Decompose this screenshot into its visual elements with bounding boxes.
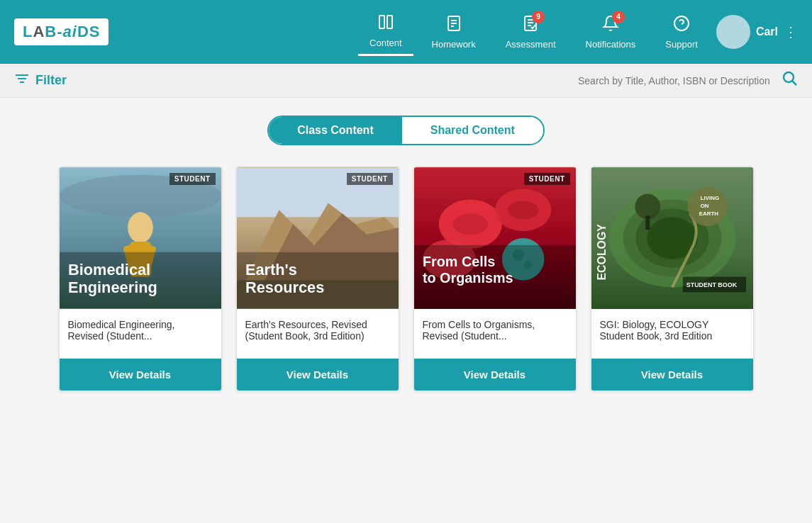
svg-text:STUDENT BOOK: STUDENT BOOK bbox=[686, 281, 737, 288]
svg-point-40 bbox=[507, 201, 538, 219]
book-card-cells: From Cells to Organisms STUDENT From Cel… bbox=[413, 167, 577, 391]
user-menu[interactable]: Carl ⋮ bbox=[716, 15, 798, 49]
tabs-container: Class Content Shared Content bbox=[0, 116, 812, 145]
main-nav: Content Homework bbox=[358, 8, 709, 56]
book-cover-ecology: ECOLOGY LIVING ON EARTH STUDENT BOOK STU… bbox=[591, 167, 753, 309]
ecology-view-details-button[interactable]: View Details bbox=[591, 359, 753, 390]
svg-text:Biomedical: Biomedical bbox=[67, 261, 150, 279]
book-card-ecology: ECOLOGY LIVING ON EARTH STUDENT BOOK STU… bbox=[591, 167, 754, 391]
search-icon[interactable] bbox=[782, 71, 798, 90]
assessment-icon: 9 bbox=[522, 15, 539, 36]
nav-content[interactable]: Content bbox=[358, 8, 413, 56]
tab-shared-content[interactable]: Shared Content bbox=[402, 117, 543, 144]
nav-notifications-label: Notifications bbox=[586, 39, 636, 50]
content-icon bbox=[377, 13, 394, 35]
filter-bar: Filter bbox=[0, 64, 812, 98]
support-icon bbox=[673, 15, 690, 36]
logo: LAB-aiDS bbox=[14, 18, 109, 45]
cells-view-details-button[interactable]: View Details bbox=[414, 359, 576, 390]
svg-rect-1 bbox=[387, 16, 392, 28]
svg-text:Engineering: Engineering bbox=[67, 279, 157, 296]
svg-text:Resources: Resources bbox=[245, 279, 323, 296]
svg-text:LIVING: LIVING bbox=[700, 195, 718, 201]
svg-text:EARTH: EARTH bbox=[699, 210, 718, 217]
assessment-badge: 9 bbox=[532, 11, 545, 23]
earth-view-details-button[interactable]: View Details bbox=[237, 359, 399, 390]
svg-point-13 bbox=[723, 35, 743, 45]
cells-student-badge: STUDENT bbox=[524, 173, 570, 185]
notifications-badge: 4 bbox=[612, 11, 625, 23]
user-name: Carl bbox=[756, 26, 778, 38]
logo-text: LAB-aiDS bbox=[23, 23, 100, 40]
biomedical-description: Biomedical Engineering, Revised (Student… bbox=[68, 319, 175, 342]
avatar bbox=[716, 15, 750, 49]
tab-group: Class Content Shared Content bbox=[267, 116, 545, 145]
earth-info: Earth's Resources, Revised (Student Book… bbox=[237, 309, 399, 359]
nav-support-label: Support bbox=[665, 39, 698, 50]
ecology-info: SGI: Biology, ECOLOGY Student Book, 3rd … bbox=[591, 309, 753, 359]
svg-rect-0 bbox=[379, 16, 384, 28]
svg-point-38 bbox=[452, 213, 488, 235]
search-input[interactable] bbox=[578, 75, 777, 86]
svg-point-53 bbox=[635, 194, 660, 220]
svg-text:From Cells: From Cells bbox=[422, 254, 494, 269]
homework-icon bbox=[445, 15, 462, 36]
cells-description: From Cells to Organisms, Revised (Studen… bbox=[423, 319, 535, 342]
earth-student-badge: STUDENT bbox=[347, 173, 393, 185]
tab-class-content[interactable]: Class Content bbox=[269, 117, 402, 144]
search-box bbox=[578, 71, 798, 90]
svg-point-21 bbox=[128, 212, 153, 243]
nav-assessment-label: Assessment bbox=[506, 39, 556, 50]
svg-point-17 bbox=[784, 72, 794, 82]
cells-info: From Cells to Organisms, Revised (Studen… bbox=[414, 309, 576, 359]
biomedical-student-badge: STUDENT bbox=[169, 173, 216, 185]
svg-text:Earth's: Earth's bbox=[245, 261, 296, 279]
ecology-description: SGI: Biology, ECOLOGY Student Book, 3rd … bbox=[600, 319, 713, 342]
svg-text:ON: ON bbox=[700, 203, 708, 209]
svg-text:ECOLOGY: ECOLOGY bbox=[595, 224, 607, 281]
book-cover-cells: From Cells to Organisms STUDENT bbox=[414, 167, 576, 309]
nav-homework[interactable]: Homework bbox=[421, 9, 487, 55]
nav-homework-label: Homework bbox=[432, 39, 476, 50]
biomedical-view-details-button[interactable]: View Details bbox=[60, 359, 221, 390]
earth-description: Earth's Resources, Revised (Student Book… bbox=[245, 319, 367, 342]
filter-label[interactable]: Filter bbox=[35, 73, 67, 88]
app-header: LAB-aiDS Content Homework bbox=[0, 0, 812, 64]
book-cover-biomedical: Biomedical Engineering STUDENT bbox=[60, 167, 221, 309]
nav-notifications[interactable]: 4 Notifications bbox=[574, 9, 647, 55]
biomedical-info: Biomedical Engineering, Revised (Student… bbox=[60, 309, 221, 359]
svg-text:to Organisms: to Organisms bbox=[422, 270, 513, 286]
nav-support[interactable]: Support bbox=[654, 9, 709, 55]
book-card-earth: Earth's Resources STUDENT Earth's Resour… bbox=[236, 167, 399, 391]
nav-content-label: Content bbox=[369, 38, 402, 48]
book-cover-earth: Earth's Resources STUDENT bbox=[237, 167, 399, 309]
more-options-icon[interactable]: ⋮ bbox=[784, 23, 798, 40]
svg-rect-54 bbox=[645, 215, 650, 230]
svg-point-12 bbox=[728, 23, 739, 35]
book-card-biomedical: Biomedical Engineering STUDENT Biomedica… bbox=[59, 167, 222, 391]
filter-icon bbox=[14, 71, 30, 90]
nav-assessment[interactable]: 9 Assessment bbox=[494, 9, 567, 55]
books-grid: Biomedical Engineering STUDENT Biomedica… bbox=[0, 159, 812, 420]
notifications-icon: 4 bbox=[602, 15, 619, 36]
svg-line-18 bbox=[793, 81, 797, 86]
